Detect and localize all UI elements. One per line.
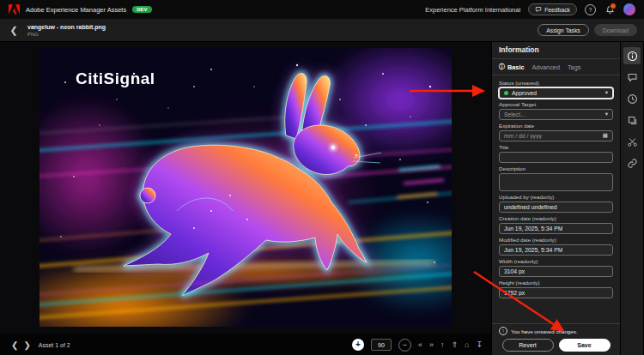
asset-position-label: Asset 1 of 2 <box>39 342 70 348</box>
forward-icon[interactable]: » <box>429 341 434 349</box>
expiration-date-label: Expiration date <box>499 123 613 129</box>
previous-asset-button[interactable]: ❮ <box>9 340 21 350</box>
uploaded-by-label: Uploaded by (readonly) <box>499 194 613 200</box>
home-icon[interactable]: ⌂ <box>465 341 469 349</box>
feedback-bubble-icon <box>535 6 542 13</box>
title-input[interactable] <box>499 152 613 163</box>
asset-viewer: CitiSignal ❮ ❯ Asset 1 of 2 + 90 − « » ↑… <box>0 42 491 355</box>
revert-button[interactable]: Revert <box>502 339 554 352</box>
rewind-icon[interactable]: « <box>418 341 422 349</box>
save-button[interactable]: Save <box>559 339 611 352</box>
arrow-top-icon[interactable]: ⇑ <box>451 341 458 349</box>
creation-date-label: Creation date (readonly) <box>499 215 613 221</box>
scissors-icon <box>627 136 638 147</box>
back-button[interactable]: ❮ <box>7 23 21 37</box>
app-title: Adobe Experience Manager Assets <box>26 6 126 14</box>
top-bar: Adobe Experience Manager Assets DEV Expe… <box>0 0 644 19</box>
arrow-up-icon[interactable]: ↑ <box>440 341 445 349</box>
creation-date-field: Jun 19, 2025, 5:34 PM <box>499 223 613 234</box>
uploaded-by-field: undefined undefined <box>499 202 613 213</box>
title-label: Title <box>499 144 613 150</box>
help-icon[interactable]: ? <box>585 4 596 15</box>
width-label: Width (readonly) <box>499 258 613 264</box>
asset-header-bar: ❮ vangeluw - neon rabbit.png PNG Assign … <box>0 19 644 42</box>
panel-footer: ! You have unsaved changes. Revert Save <box>492 323 620 355</box>
status-select[interactable]: Approved ▾ <box>499 87 613 99</box>
tab-advanced[interactable]: Advanced <box>532 63 559 71</box>
rail-item-crop[interactable] <box>623 133 641 150</box>
download-button[interactable]: Download <box>594 24 637 36</box>
height-label: Height (readonly) <box>499 280 613 286</box>
status-dot-icon <box>504 91 508 95</box>
renditions-icon <box>627 115 638 126</box>
height-field: 1792 px <box>499 287 613 298</box>
rail-item-comments[interactable] <box>623 69 641 86</box>
chevron-down-icon: ▾ <box>605 89 608 96</box>
panel-title: Information <box>492 42 620 59</box>
adobe-logo-icon <box>9 4 20 15</box>
description-label: Description <box>499 165 613 171</box>
asset-format: PNG <box>27 31 106 38</box>
rail-item-info[interactable] <box>623 47 641 64</box>
rail-item-renditions[interactable] <box>623 111 641 129</box>
zoom-out-button[interactable]: − <box>398 339 411 352</box>
download-rendition-icon[interactable]: ↧ <box>476 341 483 349</box>
warning-icon: ! <box>499 327 507 335</box>
watermark: CitiSignal <box>76 69 155 87</box>
status-label: Status (unsaved) <box>499 80 613 86</box>
info-icon <box>627 51 638 62</box>
viewer-toolbar: ❮ ❯ Asset 1 of 2 + 90 − « » ↑ ⇑ ⌂ ↧ <box>0 334 491 355</box>
unsaved-changes-warning: ! You have unsaved changes. <box>499 327 613 335</box>
chevron-down-icon: ▾ <box>605 111 608 117</box>
org-switcher[interactable]: Experience Platform International <box>425 6 520 14</box>
panel-tabs: ⓘ Basic Advanced Tags <box>492 59 620 75</box>
notifications-button[interactable] <box>604 3 616 15</box>
next-asset-button[interactable]: ❯ <box>21 340 33 350</box>
metadata-fields: Status (unsaved) Approved ▾ Approval Tar… <box>492 75 620 323</box>
modified-date-label: Modified date (readonly) <box>499 237 613 243</box>
expiration-date-input[interactable]: mm / dd / yyyy ▦ <box>499 130 613 141</box>
notification-badge <box>610 3 617 9</box>
right-icon-rail <box>620 42 643 355</box>
zoom-in-button[interactable]: + <box>352 339 364 351</box>
aem-assets-window: Adobe Experience Manager Assets DEV Expe… <box>0 0 644 355</box>
tab-basic[interactable]: ⓘ Basic <box>499 63 524 71</box>
information-panel: Information ⓘ Basic Advanced Tags Status… <box>491 42 620 355</box>
rail-item-timeline[interactable] <box>623 90 641 107</box>
asset-image: CitiSignal <box>39 48 452 327</box>
clock-icon <box>627 93 638 105</box>
modified-date-field: Jun 19, 2025, 5:34 PM <box>499 244 613 256</box>
width-field: 3104 px <box>499 266 613 277</box>
feedback-button[interactable]: Feedback <box>528 3 577 15</box>
comments-icon <box>627 72 638 83</box>
assign-tasks-button[interactable]: Assign Tasks <box>538 24 589 36</box>
zoom-level-input[interactable]: 90 <box>371 339 392 351</box>
link-icon <box>627 158 638 169</box>
user-avatar[interactable] <box>623 3 635 15</box>
asset-title: vangeluw - neon rabbit.png <box>27 23 106 31</box>
info-circle-icon: ⓘ <box>499 63 505 71</box>
calendar-icon[interactable]: ▦ <box>603 132 608 139</box>
description-input[interactable] <box>499 173 613 191</box>
tab-tags[interactable]: Tags <box>568 63 580 71</box>
approval-target-select[interactable]: Select... ▾ <box>499 109 613 120</box>
rail-item-share[interactable] <box>623 154 641 171</box>
approval-target-label: Approval Target <box>499 101 613 107</box>
env-badge: DEV <box>132 6 151 13</box>
